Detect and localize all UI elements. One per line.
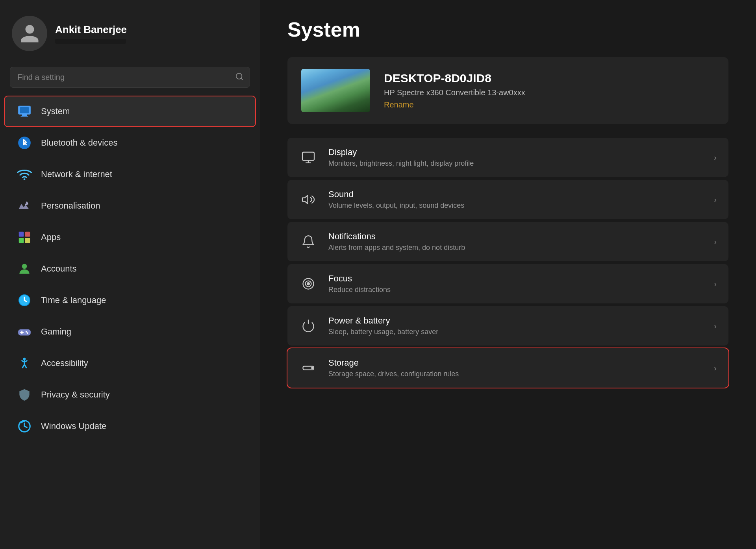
setting-item-focus[interactable]: Focus Reduce distractions › xyxy=(287,264,728,303)
setting-text-sound: Sound Volume levels, output, input, soun… xyxy=(328,189,703,210)
svg-point-21 xyxy=(27,332,28,334)
user-section: Ankit Banerjee xyxy=(0,0,260,63)
user-info: Ankit Banerjee xyxy=(55,24,127,44)
notifications-icon xyxy=(299,233,317,251)
setting-desc-power: Sleep, battery usage, battery saver xyxy=(328,328,703,336)
sidebar: Ankit Banerjee System xyxy=(0,0,260,549)
svg-rect-4 xyxy=(22,115,27,116)
sidebar-item-label-privacy: Privacy & security xyxy=(41,390,110,400)
svg-point-7 xyxy=(24,178,26,180)
svg-point-20 xyxy=(26,331,27,333)
device-name: DESKTOP-8D0JID8 xyxy=(384,72,525,85)
nav-items: System Bluetooth & devices xyxy=(0,96,260,549)
device-thumbnail xyxy=(301,69,370,112)
sidebar-item-label-system: System xyxy=(41,106,70,116)
svg-rect-10 xyxy=(19,238,24,243)
setting-title-power: Power & battery xyxy=(328,316,703,326)
page-title: System xyxy=(287,18,728,41)
accessibility-icon xyxy=(17,355,32,371)
device-info-card: DESKTOP-8D0JID8 HP Spectre x360 Converti… xyxy=(287,57,728,124)
search-input[interactable] xyxy=(10,67,250,88)
display-icon xyxy=(299,148,317,166)
accounts-icon xyxy=(17,261,32,277)
device-details: DESKTOP-8D0JID8 HP Spectre x360 Converti… xyxy=(384,72,525,109)
gaming-icon xyxy=(17,324,32,340)
user-name: Ankit Banerjee xyxy=(55,24,127,36)
chevron-display: › xyxy=(714,153,717,162)
chevron-storage: › xyxy=(714,364,717,373)
time-icon xyxy=(17,292,32,308)
setting-desc-display: Monitors, brightness, night light, displ… xyxy=(328,159,703,168)
sidebar-item-label-accounts: Accounts xyxy=(41,264,77,274)
apps-icon xyxy=(17,229,32,245)
sidebar-item-label-bluetooth: Bluetooth & devices xyxy=(41,138,117,148)
sidebar-item-label-accessibility: Accessibility xyxy=(41,358,88,368)
sidebar-item-label-network: Network & internet xyxy=(41,169,112,179)
sidebar-item-label-gaming: Gaming xyxy=(41,327,71,337)
svg-rect-17 xyxy=(18,329,31,336)
setting-title-notifications: Notifications xyxy=(328,231,703,242)
settings-list: Display Monitors, brightness, night ligh… xyxy=(287,138,728,388)
storage-icon xyxy=(299,359,317,377)
setting-title-storage: Storage xyxy=(328,358,703,368)
setting-item-power[interactable]: Power & battery Sleep, battery usage, ba… xyxy=(287,306,728,346)
svg-point-35 xyxy=(307,283,309,285)
sidebar-item-apps[interactable]: Apps xyxy=(5,222,255,252)
search-icon xyxy=(235,72,244,83)
chevron-focus: › xyxy=(714,279,717,288)
sound-icon xyxy=(299,190,317,209)
sidebar-item-network[interactable]: Network & internet xyxy=(5,159,255,189)
privacy-icon xyxy=(17,387,32,403)
svg-rect-3 xyxy=(20,107,29,113)
svg-rect-29 xyxy=(302,152,314,161)
setting-desc-notifications: Alerts from apps and system, do not dist… xyxy=(328,244,703,252)
bluetooth-icon xyxy=(17,135,32,151)
user-bar-decoration xyxy=(55,39,126,44)
setting-desc-storage: Storage space, drives, configuration rul… xyxy=(328,370,703,378)
svg-line-27 xyxy=(24,364,26,368)
chevron-sound: › xyxy=(714,195,717,204)
setting-title-focus: Focus xyxy=(328,274,703,284)
setting-title-display: Display xyxy=(328,147,703,157)
personalisation-icon xyxy=(17,198,32,214)
device-model: HP Spectre x360 Convertible 13-aw0xxx xyxy=(384,88,525,97)
svg-point-12 xyxy=(22,264,27,269)
main-content: System DESKTOP-8D0JID8 HP Spectre x360 C… xyxy=(260,0,756,549)
svg-rect-9 xyxy=(25,232,30,237)
network-icon xyxy=(17,166,32,182)
setting-title-sound: Sound xyxy=(328,189,703,200)
sidebar-item-personalisation[interactable]: Personalisation xyxy=(5,191,255,221)
sidebar-item-windows-update[interactable]: Windows Update xyxy=(5,411,255,441)
sidebar-item-accounts[interactable]: Accounts xyxy=(5,254,255,284)
svg-rect-11 xyxy=(25,238,30,243)
sidebar-item-system[interactable]: System xyxy=(5,96,255,126)
sidebar-item-label-personalisation: Personalisation xyxy=(41,201,100,211)
system-icon xyxy=(17,104,32,119)
sidebar-item-gaming[interactable]: Gaming xyxy=(5,317,255,347)
windows-update-icon xyxy=(17,418,32,434)
svg-rect-5 xyxy=(21,116,28,116)
sidebar-item-time[interactable]: Time & language xyxy=(5,285,255,315)
setting-text-display: Display Monitors, brightness, night ligh… xyxy=(328,147,703,168)
setting-item-sound[interactable]: Sound Volume levels, output, input, soun… xyxy=(287,180,728,219)
sidebar-item-bluetooth[interactable]: Bluetooth & devices xyxy=(5,128,255,158)
sidebar-item-privacy[interactable]: Privacy & security xyxy=(5,380,255,410)
avatar xyxy=(12,16,47,51)
rename-link[interactable]: Rename xyxy=(384,100,525,109)
sidebar-item-accessibility[interactable]: Accessibility xyxy=(5,348,255,378)
svg-point-37 xyxy=(311,368,313,369)
setting-text-notifications: Notifications Alerts from apps and syste… xyxy=(328,231,703,252)
search-box[interactable] xyxy=(10,67,250,88)
chevron-power: › xyxy=(714,322,717,331)
sidebar-item-label-time: Time & language xyxy=(41,295,106,305)
chevron-notifications: › xyxy=(714,237,717,246)
setting-item-display[interactable]: Display Monitors, brightness, night ligh… xyxy=(287,138,728,177)
sidebar-item-label-apps: Apps xyxy=(41,232,61,242)
svg-line-1 xyxy=(241,78,243,79)
setting-item-storage[interactable]: Storage Storage space, drives, configura… xyxy=(287,348,728,388)
setting-desc-focus: Reduce distractions xyxy=(328,286,703,294)
setting-item-notifications[interactable]: Notifications Alerts from apps and syste… xyxy=(287,222,728,261)
setting-text-power: Power & battery Sleep, battery usage, ba… xyxy=(328,316,703,336)
power-icon xyxy=(299,317,317,335)
focus-icon xyxy=(299,275,317,293)
